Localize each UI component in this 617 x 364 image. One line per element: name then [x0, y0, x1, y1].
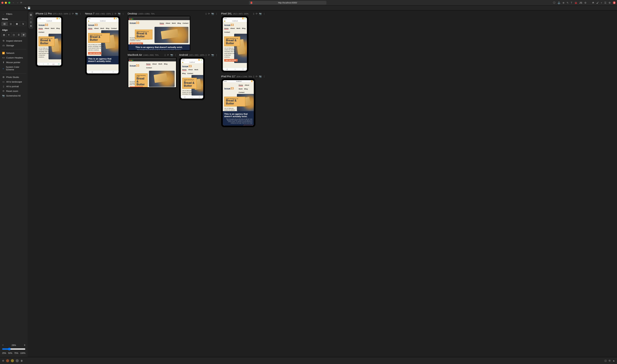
device-menu-icon[interactable]: ⋮ — [174, 54, 177, 56]
sync-device-icon[interactable]: ⟳ — [167, 54, 169, 56]
zoom-75[interactable]: 75% — [14, 352, 18, 354]
rotate-device-icon[interactable]: ▯ — [112, 12, 113, 15]
nav-link[interactable]: About — [152, 63, 157, 65]
back-icon[interactable]: ← — [12, 1, 15, 4]
recent-icon[interactable]: □ — [199, 96, 200, 98]
nav-link[interactable]: Work — [236, 27, 240, 30]
align-cols[interactable]: ◫ — [11, 33, 16, 37]
mode-grid[interactable]: ▤ — [1, 22, 8, 26]
colorscheme-row[interactable]: ☼System Color Scheme — [1, 65, 26, 72]
nav-link[interactable]: Home — [160, 22, 164, 25]
bookmark-icon[interactable]: 📕 — [250, 1, 253, 4]
user-chip-3[interactable] — [16, 359, 19, 362]
nav-link[interactable]: About — [230, 27, 235, 30]
mode-full[interactable]: ▣ — [14, 22, 20, 26]
filters-row[interactable]: ⏤Filters — [1, 12, 26, 16]
grid-view-icon[interactable]: ▦ — [30, 13, 32, 16]
buy-button[interactable]: BUY A COPY — [244, 125, 252, 126]
trash-icon[interactable]: 🗑 — [20, 359, 23, 362]
nav-link[interactable]: Contact — [224, 31, 230, 33]
sync-device-icon[interactable]: ⟳ — [256, 12, 258, 15]
screenshot-device-icon[interactable]: 📷 — [211, 12, 214, 15]
mode-expand[interactable]: ⇲ — [20, 22, 26, 26]
menu-icon[interactable]: ⋮ — [201, 61, 202, 63]
nav-link[interactable]: Work — [158, 63, 162, 65]
cta-button[interactable]: SEE OUR WORK — [224, 59, 238, 62]
share-icon[interactable]: ⇧ — [47, 63, 49, 65]
zoom-out-button[interactable]: − — [2, 344, 4, 347]
nav-link[interactable]: About — [245, 84, 249, 86]
bookmarks-icon[interactable]: 📖 — [52, 63, 54, 65]
nav-link[interactable]: Blog — [164, 63, 167, 65]
nav-link[interactable]: Contact — [146, 67, 152, 69]
tabs-icon[interactable]: ◳ — [58, 63, 60, 65]
zoom-100[interactable]: 100% — [20, 352, 26, 354]
zoom-slider[interactable] — [2, 348, 26, 351]
cta-button[interactable]: SEE OUR WORK — [88, 52, 102, 54]
nav-link[interactable]: Work — [195, 69, 198, 71]
device-screen[interactable]: issue33 HomeAboutWorkBlogContact Digital… — [128, 58, 176, 87]
screenshot-device-icon[interactable]: 📷 — [211, 54, 214, 56]
device-menu-icon[interactable]: ⋮ — [122, 12, 124, 15]
user-chip-1[interactable] — [6, 359, 9, 362]
settings-gear-icon[interactable]: ⚙ — [2, 359, 4, 362]
stack-icon[interactable]: ⧉ — [609, 359, 610, 362]
reload-icon[interactable]: ⟳ — [20, 1, 22, 4]
pointer-row[interactable]: ⬆Mouse pointer — [1, 60, 26, 65]
site-logo[interactable]: issue33 — [224, 23, 234, 27]
nav-link[interactable]: Blog — [177, 22, 181, 25]
nav-link[interactable]: Home — [182, 69, 186, 71]
list-icon[interactable]: ☰ — [604, 1, 606, 4]
cta-button[interactable]: SEE OUR WORK — [130, 42, 143, 44]
back-icon[interactable]: ◁ — [184, 96, 185, 98]
zoom-25[interactable]: 25% — [2, 352, 6, 354]
device-menu-icon[interactable]: ⋮ — [215, 12, 218, 15]
device-menu-icon[interactable]: ⋮ — [215, 54, 218, 56]
home-icon[interactable]: ○ — [102, 71, 103, 73]
home-icon[interactable]: ○ — [235, 68, 236, 70]
screenshot-device-icon[interactable]: 📷 — [259, 75, 262, 78]
storage-row[interactable]: 🗃Storage — [1, 43, 26, 48]
menu-icon[interactable]: ⋮ — [116, 20, 118, 22]
sync-device-icon[interactable]: ⟳ — [72, 12, 74, 15]
close-window-icon[interactable] — [1, 2, 3, 4]
screenshot-device-icon[interactable]: 📷 — [170, 54, 173, 56]
nav-link[interactable]: Home — [239, 84, 243, 86]
nav-link[interactable]: Blog — [106, 27, 109, 30]
device-screen[interactable]: 9:44📶 🔋🔒localhost⋮ issue33 HomeAboutWork… — [181, 59, 203, 99]
back-icon[interactable]: ‹ — [39, 63, 39, 65]
device-menu-icon[interactable]: ⋮ — [263, 75, 265, 78]
anchor-icon[interactable]: ⚓ — [557, 1, 560, 4]
brush-icon[interactable]: 🖌 — [596, 1, 599, 4]
help-icon[interactable]: ⓘ — [553, 1, 555, 4]
forward-icon[interactable]: › — [43, 63, 44, 65]
nav-link[interactable]: Work — [100, 27, 104, 30]
device-menu-icon[interactable]: ⋮ — [263, 12, 265, 15]
collapse-sidebar-icon[interactable]: ◥ — [24, 7, 26, 9]
notification-badge[interactable]: 3 — [613, 1, 616, 4]
nav-link[interactable]: Contact — [39, 31, 44, 33]
zoom-50[interactable]: 50% — [8, 352, 12, 354]
nav-link[interactable]: Work — [51, 27, 54, 30]
chevron-left-icon[interactable]: ‹ — [30, 17, 32, 20]
list-view-icon[interactable]: ☰ — [30, 21, 32, 24]
device-screen[interactable]: issue33 HomeAboutWorkBlogContact Digital… — [128, 16, 190, 50]
align-center[interactable]: ≡ — [7, 33, 12, 37]
save-icon[interactable]: 💾 — [27, 7, 30, 9]
sync-device-icon[interactable]: ⟳ — [208, 12, 210, 15]
site-logo[interactable]: issue33 — [224, 87, 234, 90]
chevron-up-icon[interactable]: ▲ — [613, 359, 615, 362]
site-logo[interactable]: issue33 — [182, 65, 192, 68]
device-screen[interactable]: 9:44📶 🔋localhost issue33 HomeAboutWorkBl… — [37, 17, 61, 65]
back-icon[interactable]: ◁ — [226, 68, 228, 70]
nav-link[interactable]: Blog — [56, 27, 60, 30]
nav-link[interactable]: Contact — [239, 91, 245, 93]
site-logo[interactable]: issue33 — [39, 23, 48, 27]
nav-link[interactable]: Contact — [111, 27, 117, 30]
network-row[interactable]: 📶Network — [1, 51, 26, 55]
nav-link[interactable]: Work — [239, 88, 242, 90]
nav-link[interactable]: About — [188, 69, 193, 71]
mode-focus[interactable]: ◎ — [8, 22, 14, 26]
minimize-window-icon[interactable] — [5, 2, 7, 4]
site-logo[interactable]: issue33 — [130, 21, 139, 25]
